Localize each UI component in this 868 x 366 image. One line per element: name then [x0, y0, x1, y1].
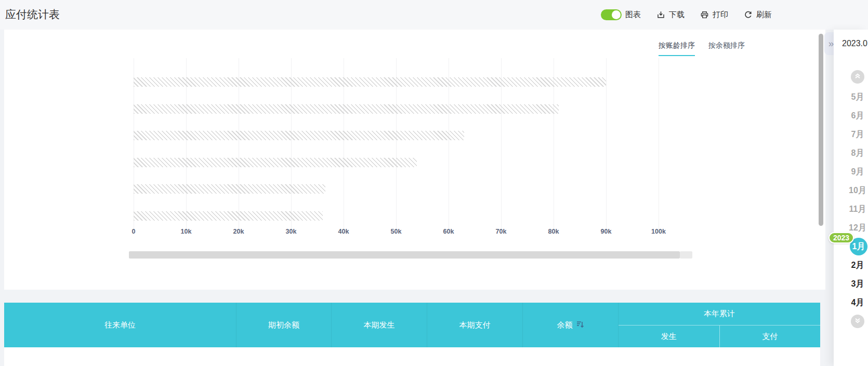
month-item-6月[interactable]: 6月 [834, 106, 868, 125]
toolbar: 图表 下载 打印 [601, 0, 772, 30]
chart-data-zoom[interactable] [129, 251, 692, 259]
bar-segment [134, 77, 606, 87]
top-bar: 应付统计表 图表 下载 打印 [0, 0, 868, 30]
sort-descending-icon[interactable] [576, 320, 584, 330]
chart-toggle-item[interactable]: 图表 [601, 9, 641, 20]
month-panel: 2023.01 5月6月7月8月9月10月11月12月1月2月3月4月 2023 [834, 30, 868, 366]
x-tick-label: 10k [181, 228, 192, 235]
chart-card: 按账龄排序按余额排序 010k20k30k40k50k60k70k80k90k1… [4, 30, 825, 290]
gridline [606, 58, 607, 229]
bar-segment [134, 211, 323, 221]
bar-segment [134, 131, 464, 140]
x-tick-label: 30k [286, 228, 297, 235]
column-header-3[interactable]: 本期支付 [427, 303, 523, 347]
print-button[interactable]: 打印 [700, 10, 728, 20]
refresh-icon [744, 10, 753, 19]
scroll-months-down-button[interactable] [851, 315, 864, 328]
month-list: 5月6月7月8月9月10月11月12月1月2月3月4月 [834, 88, 868, 312]
bar-segment [134, 184, 325, 194]
vertical-scrollbar[interactable] [819, 34, 823, 226]
column-header-label: 本期支付 [459, 320, 491, 330]
column-header-1[interactable]: 期初余额 [236, 303, 332, 347]
column-header-4[interactable]: 余额 [523, 303, 619, 347]
page-title: 应付统计表 [5, 7, 60, 22]
column-subheader-5-0[interactable]: 发生 [619, 326, 720, 347]
column-header-label: 期初余额 [268, 320, 299, 330]
refresh-button[interactable]: 刷新 [744, 10, 772, 20]
toggle-knob [612, 10, 621, 19]
sort-tabs: 按账龄排序按余额排序 [659, 41, 745, 56]
period-selector[interactable]: 2023.01 [838, 32, 868, 55]
scroll-months-up-button[interactable] [851, 70, 864, 84]
x-tick-label: 40k [338, 228, 349, 235]
tab-sort-1[interactable]: 按余额排序 [708, 41, 745, 56]
x-axis: 010k20k30k40k50k60k70k80k90k100k [134, 228, 659, 237]
data-zoom-handle[interactable] [680, 251, 692, 259]
month-item-11月[interactable]: 11月 [834, 200, 868, 219]
column-header-2[interactable]: 本期发生 [332, 303, 427, 347]
bar-segment [134, 104, 559, 114]
column-subheader-5-1[interactable]: 支付 [720, 326, 821, 347]
print-label: 打印 [713, 10, 728, 20]
month-item-5月[interactable]: 5月 [834, 88, 868, 106]
x-tick-label: 100k [651, 228, 666, 235]
month-item-3月[interactable]: 3月 [834, 275, 868, 293]
column-header-group: 本年累计发生支付 [619, 303, 820, 347]
month-item-8月[interactable]: 8月 [834, 144, 868, 162]
column-header-label: 往来单位 [104, 320, 136, 330]
double-chevron-up-icon [853, 72, 862, 82]
year-badge: 2023 [828, 232, 854, 243]
column-header-subrow: 发生支付 [619, 326, 820, 347]
table-body [4, 347, 820, 366]
tab-sort-0[interactable]: 按账龄排序 [659, 41, 695, 56]
bar-segment [134, 158, 417, 167]
double-chevron-right-icon: » [828, 38, 834, 49]
x-tick-label: 20k [233, 228, 244, 235]
download-button[interactable]: 下载 [656, 10, 685, 20]
column-header-label: 余额 [557, 320, 573, 330]
x-tick-label: 90k [601, 228, 612, 235]
chart-plot [134, 58, 659, 229]
gridline [659, 58, 659, 229]
download-icon [656, 10, 665, 19]
refresh-label: 刷新 [756, 10, 772, 20]
chart-toggle-label: 图表 [625, 10, 641, 20]
x-tick-label: 70k [496, 228, 507, 235]
column-header-5[interactable]: 本年累计 [619, 303, 820, 326]
month-item-2月[interactable]: 2月 [834, 256, 868, 275]
month-item-7月[interactable]: 7月 [834, 125, 868, 144]
month-item-4月[interactable]: 4月 [834, 293, 868, 312]
x-tick-label: 50k [391, 228, 402, 235]
download-label: 下载 [669, 10, 685, 20]
x-tick-label: 60k [443, 228, 454, 235]
column-header-0[interactable]: 往来单位 [4, 303, 236, 347]
printer-icon [700, 10, 709, 19]
column-header-label: 本期发生 [364, 320, 395, 330]
table-header: 往来单位期初余额本期发生本期支付余额本年累计发生支付 [4, 303, 820, 347]
x-tick-label: 0 [132, 228, 136, 235]
month-item-9月[interactable]: 9月 [834, 162, 868, 181]
data-zoom-window[interactable] [129, 251, 680, 259]
toggle-switch-on[interactable] [601, 9, 622, 20]
month-item-10月[interactable]: 10月 [834, 181, 868, 200]
x-tick-label: 80k [548, 228, 559, 235]
double-chevron-down-icon [853, 316, 862, 327]
